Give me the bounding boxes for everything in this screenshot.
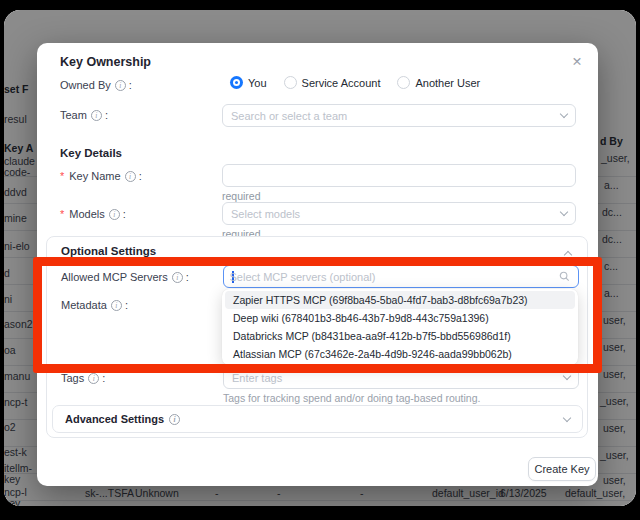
tags-helper-text: Tags for tracking spend and/or doing tag… xyxy=(223,392,480,404)
mcp-server-option[interactable]: Deep wiki (678401b3-8b46-43b7-b9d8-443c7… xyxy=(225,309,575,327)
metadata-label: Metadata xyxy=(61,299,128,311)
mcp-servers-search-input[interactable]: Select MCP servers (optional) xyxy=(223,265,579,288)
mcp-server-option[interactable]: Atlassian MCP (67c3462e-2a4b-4d9b-9246-a… xyxy=(225,345,575,363)
radio-label: You xyxy=(248,77,267,89)
info-icon xyxy=(169,414,180,425)
owned-by-radio-option[interactable]: Another User xyxy=(397,76,480,89)
advanced-settings-heading: Advanced Settings xyxy=(65,413,180,425)
chevron-down-icon xyxy=(563,372,571,380)
mcp-servers-label: Allowed MCP Servers xyxy=(61,271,189,283)
models-label: Models xyxy=(60,208,126,220)
chevron-down-icon xyxy=(560,208,568,216)
close-icon[interactable]: ✕ xyxy=(568,52,586,70)
models-placeholder: Select models xyxy=(231,208,561,220)
mcp-server-option[interactable]: Databricks MCP (b8431bea-aa9f-412b-b7f5-… xyxy=(225,327,575,345)
info-icon xyxy=(111,300,122,311)
mcp-servers-placeholder: Select MCP servers (optional) xyxy=(230,271,560,283)
chevron-down-icon xyxy=(560,110,568,118)
radio-label: Service Account xyxy=(302,77,381,89)
owned-by-radio-group: You Service Account Another User xyxy=(230,76,480,89)
team-placeholder: Search or select a team xyxy=(231,110,561,122)
key-name-required-note: required xyxy=(222,190,261,202)
owned-by-radio-option[interactable]: Service Account xyxy=(284,76,381,89)
key-name-label: Key Name xyxy=(60,170,142,182)
info-icon xyxy=(115,80,126,91)
advanced-settings-toggle[interactable]: Advanced Settings xyxy=(52,405,583,433)
team-select[interactable]: Search or select a team xyxy=(222,104,576,127)
optional-settings-heading[interactable]: Optional Settings xyxy=(61,245,156,257)
chevron-up-icon[interactable] xyxy=(564,251,572,259)
create-key-button[interactable]: Create Key xyxy=(528,457,596,481)
radio-icon xyxy=(284,76,297,89)
tags-label: Tags xyxy=(61,372,105,384)
mcp-servers-dropdown: Zapier HTTPS MCP (69f8ba45-5ba0-4fd7-bab… xyxy=(222,289,578,365)
owned-by-label: Owned By xyxy=(60,79,132,91)
info-icon xyxy=(91,110,102,121)
owned-by-radio-option[interactable]: You xyxy=(230,76,267,89)
radio-icon xyxy=(397,76,410,89)
key-ownership-modal: Key Ownership ✕ Owned By You Service Acc… xyxy=(37,43,598,486)
tags-input[interactable]: Enter tags xyxy=(223,366,579,389)
radio-label: Another User xyxy=(415,77,480,89)
info-icon xyxy=(172,272,183,283)
search-icon xyxy=(559,271,570,282)
chevron-down-icon xyxy=(563,413,571,421)
info-icon xyxy=(109,209,120,220)
key-details-heading: Key Details xyxy=(60,147,122,159)
app-window: set FresulKey Aclaudecode-ddvdmineni-elo… xyxy=(4,10,636,506)
info-icon xyxy=(125,171,136,182)
tags-placeholder: Enter tags xyxy=(232,372,564,384)
info-icon xyxy=(88,373,99,384)
models-select[interactable]: Select models xyxy=(222,202,576,225)
team-label: Team xyxy=(60,109,108,121)
key-name-input[interactable] xyxy=(222,164,576,187)
mcp-server-option[interactable]: Zapier HTTPS MCP (69f8ba45-5ba0-4fd7-bab… xyxy=(225,291,575,309)
modal-title: Key Ownership xyxy=(60,55,151,69)
radio-icon xyxy=(230,76,243,89)
